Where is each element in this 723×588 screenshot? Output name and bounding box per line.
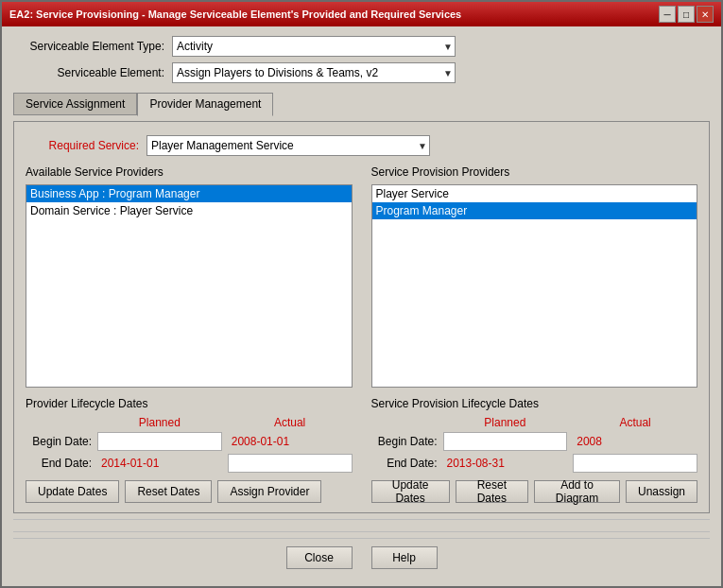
required-service-select-wrapper: Player Management Service ▼ <box>146 135 430 156</box>
required-service-select[interactable]: Player Management Service <box>146 135 430 156</box>
provider-actual-header: Actual <box>228 416 353 429</box>
required-service-row: Required Service: Player Management Serv… <box>26 135 697 156</box>
provider-reset-dates-button[interactable]: Reset Dates <box>125 480 212 503</box>
service-provision-col: Service Provision Providers Player Servi… <box>371 165 698 388</box>
provision-planned-header: Planned <box>443 416 568 429</box>
provider-buttons-row: Update Dates Reset Dates Assign Provider <box>26 480 353 503</box>
service-provision-title: Service Provision Providers <box>371 165 698 179</box>
provider-end-planned-value: 2014-01-01 <box>97 455 222 472</box>
provision-reset-dates-button[interactable]: Reset Dates <box>456 480 528 503</box>
serviceable-element-type-select[interactable]: Activity <box>172 36 456 57</box>
list-item[interactable]: Business App : Program Manager <box>26 185 352 202</box>
provision-begin-label: Begin Date: <box>371 435 438 448</box>
provider-begin-actual-value: 2008-01-01 <box>228 433 353 450</box>
content-area: Serviceable Element Type: Activity ▼ Ser… <box>2 26 721 586</box>
serviceable-element-row: Serviceable Element: Assign Players to D… <box>13 62 710 83</box>
provision-date-grid: Planned Actual Begin Date: 2008 End Date… <box>371 416 698 473</box>
provider-lifecycle-title: Provider Lifecycle Dates <box>26 397 353 410</box>
list-item[interactable]: Domain Service : Player Service <box>26 202 352 219</box>
provision-lifecycle-col: Service Provision Lifecycle Dates Planne… <box>371 397 698 503</box>
required-service-label: Required Service: <box>26 139 139 152</box>
add-to-diagram-button[interactable]: Add to Diagram <box>534 480 620 503</box>
close-window-button[interactable]: ✕ <box>697 6 714 23</box>
available-providers-list[interactable]: Business App : Program Manager Domain Se… <box>26 184 353 388</box>
tab-service-assignment[interactable]: Service Assignment <box>13 93 137 115</box>
help-button[interactable]: Help <box>371 546 438 569</box>
provision-update-dates-button[interactable]: Update Dates <box>371 480 450 503</box>
title-bar: EA2: Service Provisioning - Manage Servi… <box>2 2 721 26</box>
main-window: EA2: Service Provisioning - Manage Servi… <box>0 0 723 588</box>
lifecycle-section: Provider Lifecycle Dates Planned Actual … <box>26 397 697 503</box>
provider-end-actual-input[interactable] <box>228 454 353 473</box>
provision-end-label: End Date: <box>371 457 438 470</box>
unassign-button[interactable]: Unassign <box>626 480 697 503</box>
tab-provider-management[interactable]: Provider Management <box>137 93 273 116</box>
provision-end-planned-value: 2013-08-31 <box>443 455 568 472</box>
provision-lifecycle-title: Service Provision Lifecycle Dates <box>371 397 698 410</box>
bottom-bar: Close Help <box>13 538 710 577</box>
service-provision-list[interactable]: Player Service Program Manager <box>371 184 698 388</box>
provider-date-grid: Planned Actual Begin Date: 2008-01-01 En… <box>26 416 353 473</box>
close-button[interactable]: Close <box>286 546 353 569</box>
provider-begin-planned-input[interactable] <box>97 432 222 451</box>
list-item[interactable]: Program Manager <box>372 202 697 219</box>
serviceable-element-select-wrapper: Assign Players to Divisions & Teams, v2 … <box>172 62 456 83</box>
serviceable-element-label: Serviceable Element: <box>13 66 164 79</box>
provider-lifecycle-col: Provider Lifecycle Dates Planned Actual … <box>26 397 353 503</box>
tab-panel: Required Service: Player Management Serv… <box>13 121 710 513</box>
provision-begin-actual-value: 2008 <box>573 433 697 450</box>
available-providers-col: Available Service Providers Business App… <box>26 165 353 388</box>
title-bar-buttons: ─ □ ✕ <box>659 6 714 23</box>
assign-provider-button[interactable]: Assign Provider <box>217 480 321 503</box>
list-item[interactable]: Player Service <box>372 185 697 202</box>
window-title: EA2: Service Provisioning - Manage Servi… <box>9 9 461 20</box>
serviceable-element-type-label: Serviceable Element Type: <box>13 40 164 53</box>
provision-buttons-row: Update Dates Reset Dates Add to Diagram … <box>371 480 698 503</box>
minimize-button[interactable]: ─ <box>659 6 676 23</box>
provision-end-actual-input[interactable] <box>573 454 697 473</box>
tabs-row: Service Assignment Provider Management <box>13 93 710 115</box>
provision-actual-header: Actual <box>573 416 697 429</box>
provider-end-label: End Date: <box>26 457 92 470</box>
provider-begin-label: Begin Date: <box>26 435 92 448</box>
serviceable-element-type-select-wrapper: Activity ▼ <box>172 36 456 57</box>
provision-begin-planned-input[interactable] <box>443 432 568 451</box>
scrollbar-area <box>13 519 710 532</box>
serviceable-element-type-row: Serviceable Element Type: Activity ▼ <box>13 36 710 57</box>
available-providers-title: Available Service Providers <box>26 165 353 179</box>
serviceable-element-select[interactable]: Assign Players to Divisions & Teams, v2 <box>172 62 456 83</box>
provider-update-dates-button[interactable]: Update Dates <box>26 480 119 503</box>
provider-planned-header: Planned <box>97 416 222 429</box>
providers-columns: Available Service Providers Business App… <box>26 165 697 388</box>
maximize-button[interactable]: □ <box>678 6 695 23</box>
